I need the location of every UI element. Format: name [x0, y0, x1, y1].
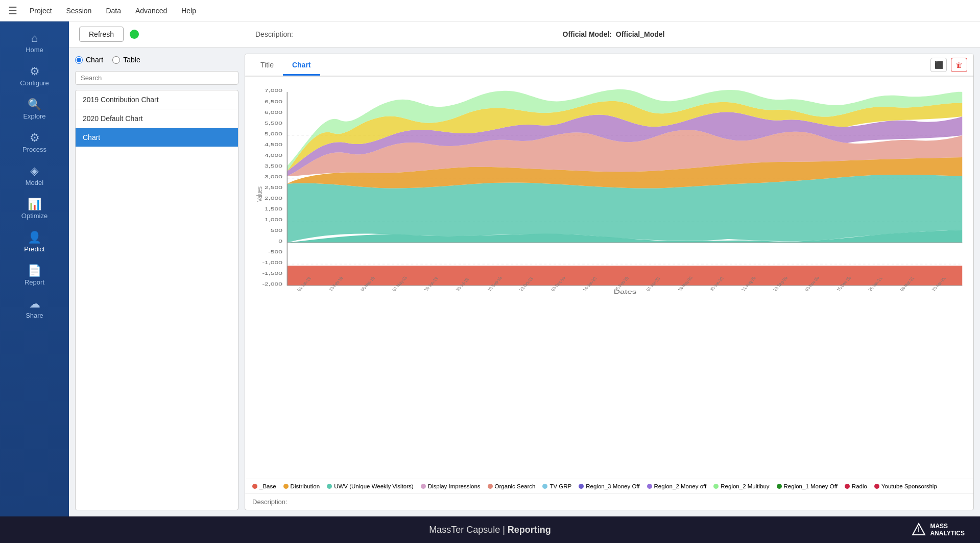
- legend-label-uwv: UWV (Unique Weekly Visitors): [334, 483, 414, 489]
- legend-label-youtube: Youtube Sponsorship: [881, 483, 937, 489]
- sidebar-label-predict: Predict: [24, 245, 44, 253]
- svg-text:6,000: 6,000: [265, 110, 283, 115]
- tab-title[interactable]: Title: [251, 56, 283, 76]
- list-item-chart[interactable]: Chart: [76, 128, 238, 147]
- model-info: Official Model: Official_Model: [563, 30, 665, 38]
- home-icon: ⌂: [31, 33, 38, 44]
- svg-text:2,500: 2,500: [265, 185, 283, 190]
- sidebar-item-predict[interactable]: 👤 Predict: [7, 227, 63, 258]
- legend-dot-radio: [845, 484, 850, 489]
- chart-svg: 7,000 6,500 6,000 5,500 5,000 4,500 4,00…: [252, 82, 966, 296]
- menu-help[interactable]: Help: [181, 7, 196, 15]
- save-button[interactable]: ⬛: [930, 58, 947, 72]
- view-toggle: Chart Table: [75, 54, 238, 66]
- sidebar-label-process: Process: [22, 146, 46, 153]
- toolbar: Refresh Official Model: Official_Model D…: [69, 21, 980, 48]
- svg-text:0: 0: [278, 239, 282, 244]
- legend-label-r2moneyoff: Region_2 Money off: [654, 483, 707, 489]
- legend-dot-tvgrp: [542, 484, 547, 489]
- left-panel: Chart Table 2019 Contribution Chart 2020…: [75, 54, 238, 510]
- sidebar-item-report[interactable]: 📄 Report: [7, 260, 63, 291]
- chart-legend: _Base Distribution UWV (Unique Weekly Vi…: [245, 479, 973, 493]
- svg-text:-1,500: -1,500: [262, 271, 282, 276]
- delete-button[interactable]: 🗑: [951, 58, 967, 72]
- status-indicator: [130, 30, 139, 39]
- sidebar-label-home: Home: [26, 46, 43, 54]
- footer-brand-bold: Reporting: [508, 525, 551, 535]
- sidebar-item-home[interactable]: ⌂ Home: [7, 28, 63, 59]
- legend-label-tvgrp: TV GRP: [549, 483, 571, 489]
- working-panel: Chart Table 2019 Contribution Chart 2020…: [69, 48, 980, 516]
- table-radio-label[interactable]: Table: [112, 56, 140, 64]
- panel-header-actions: ⬛ 🗑: [930, 58, 967, 72]
- list-item-2019[interactable]: 2019 Contribution Chart: [76, 90, 238, 109]
- legend-dot-r2moneyoff: [647, 484, 652, 489]
- legend-item-distribution: Distribution: [283, 483, 320, 489]
- legend-label-radio: Radio: [852, 483, 867, 489]
- sidebar-label-share: Share: [26, 312, 43, 319]
- sidebar-item-explore[interactable]: 🔍 Explore: [7, 94, 63, 125]
- legend-label-r3moneyoff: Region_3 Money Off: [586, 483, 639, 489]
- explore-icon: 🔍: [28, 99, 41, 110]
- right-panel: Title Chart ⬛ 🗑 7,000: [245, 54, 974, 510]
- legend-item-base: _Base: [252, 483, 276, 489]
- search-input[interactable]: [75, 71, 238, 85]
- process-icon: ⚙: [30, 132, 40, 144]
- legend-item-r2multibuy: Region_2 Multibuy: [713, 483, 769, 489]
- legend-dot-uwv: [327, 484, 332, 489]
- legend-item-r1moneyoff: Region_1 Money Off: [777, 483, 838, 489]
- legend-dot-r1moneyoff: [777, 484, 782, 489]
- table-radio-text: Table: [123, 56, 140, 64]
- description-row: Description:: [245, 493, 973, 510]
- chart-radio[interactable]: [75, 56, 83, 64]
- legend-label-r2multibuy: Region_2 Multibuy: [721, 483, 769, 489]
- legend-item-r3moneyoff: Region_3 Money Off: [579, 483, 639, 489]
- sidebar-item-model[interactable]: ◈ Model: [7, 160, 63, 192]
- sidebar-item-optimize[interactable]: 📊 Optimize: [7, 194, 63, 225]
- svg-text:-2,000: -2,000: [262, 281, 282, 287]
- svg-text:3,000: 3,000: [265, 174, 283, 179]
- menu-advanced[interactable]: Advanced: [135, 7, 167, 15]
- sidebar-label-explore: Explore: [23, 112, 45, 120]
- legend-label-r1moneyoff: Region_1 Money Off: [784, 483, 838, 489]
- footer: MassTer Capsule | Reporting MASS ANALYTI…: [0, 516, 980, 543]
- svg-text:-1,000: -1,000: [262, 260, 282, 265]
- mass-analytics-logo-icon: [912, 523, 926, 537]
- svg-text:4,000: 4,000: [265, 153, 283, 158]
- chart-container: 7,000 6,500 6,000 5,500 5,000 4,500 4,00…: [245, 77, 973, 479]
- menu-project[interactable]: Project: [30, 7, 52, 15]
- list-item-2020[interactable]: 2020 Default Chart: [76, 109, 238, 128]
- official-model-value: Official_Model: [616, 30, 665, 38]
- official-model-label: Official Model:: [563, 30, 612, 38]
- chart-radio-text: Chart: [86, 56, 103, 64]
- menu-data[interactable]: Data: [106, 7, 121, 15]
- svg-text:4,500: 4,500: [265, 142, 283, 147]
- content-area: Refresh Official Model: Official_Model D…: [69, 21, 980, 516]
- legend-dot-distribution: [283, 484, 289, 489]
- top-menu-bar: ☰ Project Session Data Advanced Help: [0, 0, 980, 21]
- legend-label-display: Display Impressions: [428, 483, 481, 489]
- legend-label-distribution: Distribution: [291, 483, 320, 489]
- legend-item-r2moneyoff: Region_2 Money off: [647, 483, 707, 489]
- menu-session[interactable]: Session: [66, 7, 92, 15]
- legend-label-organic: Organic Search: [495, 483, 536, 489]
- sidebar-item-share[interactable]: ☁ Share: [7, 293, 63, 324]
- svg-text:5,500: 5,500: [265, 121, 283, 126]
- tab-chart[interactable]: Chart: [283, 56, 320, 76]
- refresh-button[interactable]: Refresh: [79, 27, 124, 42]
- svg-text:1,000: 1,000: [265, 217, 283, 222]
- svg-text:500: 500: [271, 228, 283, 233]
- table-radio[interactable]: [112, 56, 120, 64]
- chart-radio-label[interactable]: Chart: [75, 56, 103, 64]
- sidebar-item-configure[interactable]: ⚙ Configure: [7, 61, 63, 92]
- hamburger-icon[interactable]: ☰: [8, 5, 17, 17]
- legend-item-organic: Organic Search: [488, 483, 536, 489]
- svg-text:-500: -500: [268, 249, 283, 254]
- footer-logo: MASS ANALYTICS: [912, 523, 965, 537]
- footer-brand: MassTer Capsule | Reporting: [429, 525, 551, 535]
- legend-item-youtube: Youtube Sponsorship: [874, 483, 937, 489]
- sidebar-item-process[interactable]: ⚙ Process: [7, 127, 63, 158]
- footer-brand-text: MassTer Capsule |: [429, 525, 508, 535]
- sidebar-label-configure: Configure: [20, 79, 49, 87]
- menu-items: Project Session Data Advanced Help: [30, 7, 196, 15]
